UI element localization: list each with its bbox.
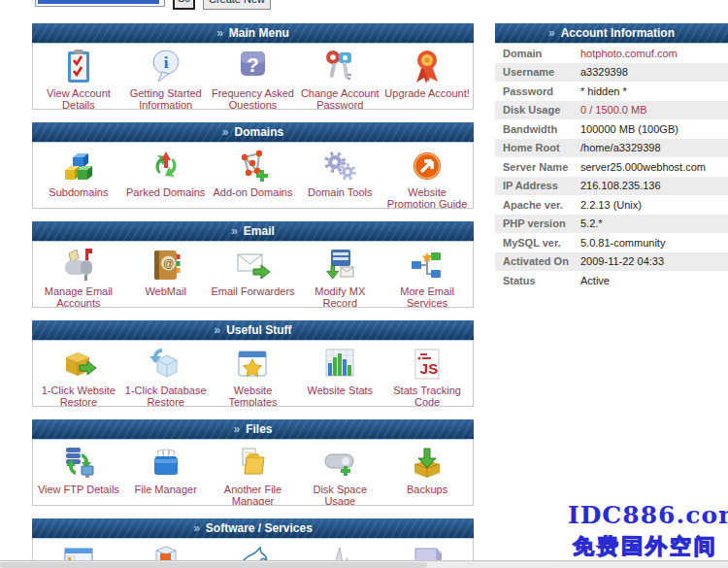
watermark: IDC886.com 免费国外空间 [568,501,723,561]
address-book-icon: @ [147,245,185,284]
item-label: Upgrade Account! [384,87,469,99]
server-mail-icon [320,245,359,284]
item-label: View FTP Details [38,484,119,495]
item-label: Email Forwarders [211,285,294,297]
item-1click-database-restore[interactable]: 1-Click Database Restore [122,344,210,407]
section-body: Manage Email Accounts @ WebMail Email Fo… [32,242,474,308]
cubes-icon [59,146,98,185]
section-files: »Files View FTP Details File Manager Ano… [32,419,474,506]
account-row-domain: Domainhotphoto.comuf.com [495,44,728,63]
item-stats-tracking-code[interactable]: JS Stats Tracking Code [383,344,471,407]
section-header: »Email [32,221,474,242]
create-new-button[interactable]: Create New [203,0,271,10]
item-label: File Manager [135,484,197,495]
account-information-panel: »Account Information Domainhotphoto.comu… [495,23,728,290]
item-website-stats[interactable]: Website Stats [296,344,383,396]
account-row-bandwidth: Bandwidth100000 MB (100GB) [495,119,728,139]
header-bullet: » [193,521,200,535]
section-useful-stuff: »Useful Stuff 1-Click Website Restore 1-… [32,320,474,407]
section-title: Useful Stuff [226,323,291,337]
svg-text:@: @ [163,257,174,269]
item-email-forwarders[interactable]: Email Forwarders [210,245,297,297]
item-label: Stats Tracking Code [383,384,471,407]
item-addon-domains[interactable]: Add-on Domains [210,146,297,198]
account-label: Username [495,66,580,78]
item-webmail[interactable]: @ WebMail [122,245,210,297]
item-label: Parked Domains [126,186,205,198]
item-parked-domains[interactable]: Parked Domains [122,146,210,198]
account-label: Home Root [495,142,580,153]
flowchart-star-icon [408,245,447,284]
item-change-account-password[interactable]: Change Account Password [296,47,383,110]
item-file-manager[interactable]: File Manager [122,443,210,495]
item-1click-website-restore[interactable]: 1-Click Website Restore [35,344,122,407]
award-ribbon-icon [408,47,447,86]
item-disk-space-usage[interactable]: Disk Space Usage [296,443,383,506]
window-star-icon [233,344,272,384]
item-getting-started-information[interactable]: i Getting Started Information [122,47,210,110]
account-value: 2.2.13 (Unix) [580,199,642,211]
item-label: Frequency Asked Questions [210,87,297,110]
item-modify-mx-record[interactable]: Modify MX Record [296,245,383,308]
account-value-domain[interactable]: hotphoto.comuf.com [580,48,678,59]
item-label: Modify MX Record [296,285,383,308]
item-subdomains[interactable]: Subdomains [35,146,122,198]
item-label: Another File Manager [210,484,297,506]
svg-text:i: i [163,53,168,72]
account-row-disk-usage: Disk Usage0 / 1500.0 MB [495,101,728,120]
item-website-templates[interactable]: Website Templates [210,344,297,407]
item-view-account-details[interactable]: View Account Details [35,47,122,110]
bar-chart-icon [320,344,359,384]
account-row-ip-address: IP Address216.108.235.136 [495,177,728,196]
cpanel-page: Go Create New »Main Menu View Account De… [0,0,728,568]
item-label: Add-on Domains [214,186,293,198]
section-header: »Software / Services [32,518,474,539]
item-frequency-asked-questions[interactable]: ? Frequency Asked Questions [210,47,297,110]
menu-column: »Main Menu View Account Details i Gettin… [32,23,474,568]
watermark-chinese-text: 免费国外空间 [568,532,723,561]
horizontal-scrollbar[interactable] [0,560,728,568]
section-main-menu: »Main Menu View Account Details i Gettin… [32,23,474,110]
topbar-input[interactable] [35,0,165,7]
item-label: More Email Services [383,285,471,308]
item-more-email-services[interactable]: More Email Services [383,245,471,308]
go-button[interactable]: Go [173,0,195,10]
item-label: Subdomains [49,186,108,198]
account-label: Disk Usage [495,104,580,116]
item-website-promotion-guide[interactable]: Website Promotion Guide [383,146,471,209]
account-row-apache-version: Apache ver.2.2.13 (Unix) [495,195,728,215]
item-label: View Account Details [35,87,122,110]
account-label: PHP version [495,217,580,229]
section-title: Files [246,422,272,436]
info-bubble-icon: i [147,47,185,86]
item-label: 1-Click Website Restore [35,384,122,407]
account-label: Server Name [495,161,580,173]
envelope-forward-icon [233,245,272,284]
item-another-file-manager[interactable]: Another File Manager [210,443,297,506]
scrollbar-thumb[interactable] [0,562,427,568]
checklist-icon [59,47,98,86]
item-manage-email-accounts[interactable]: Manage Email Accounts [35,245,122,308]
backup-box-icon [408,443,447,483]
item-upgrade-account[interactable]: Upgrade Account! [383,47,471,99]
item-backups[interactable]: Backups [383,443,471,495]
section-header: »Domains [32,122,474,143]
watermark-domain: IDC886.com [568,501,723,529]
header-bullet: » [216,26,223,40]
account-value: 2009-11-22 04:33 [580,255,664,267]
section-email: »Email Manage Email Accounts @ WebMail E… [32,221,474,308]
account-value: 216.108.235.136 [580,180,661,191]
item-domain-tools[interactable]: Domain Tools [296,146,383,198]
item-label: Website Stats [307,384,373,396]
item-view-ftp-details[interactable]: View FTP Details [35,443,122,495]
section-body: View Account Details i Getting Started I… [32,44,474,110]
account-value: server25.000webhost.com [580,161,706,173]
account-row-status: StatusActive [495,271,728,290]
account-row-activated-on: Activated On2009-11-22 04:33 [495,252,728,272]
network-plus-icon [233,146,272,185]
account-label: Bandwidth [495,123,580,135]
question-mark-icon: ? [233,47,272,86]
topbar: Go Create New [35,0,271,10]
header-bullet: » [214,323,220,337]
gears-icon [320,146,359,185]
